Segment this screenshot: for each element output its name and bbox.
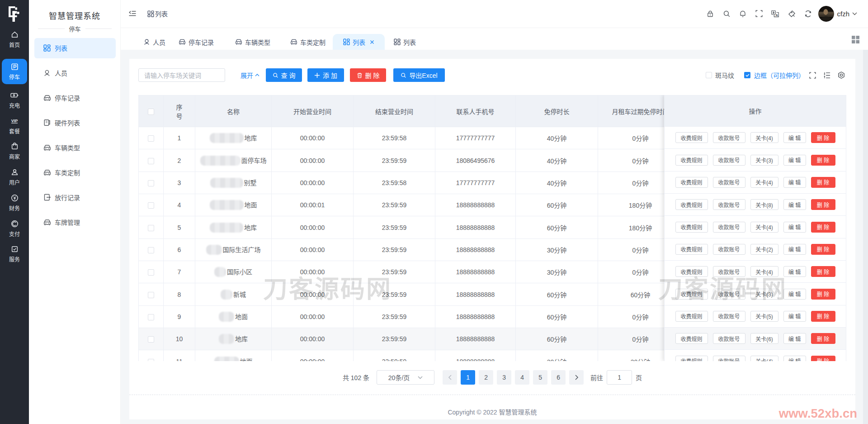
svg-text:A: A (776, 13, 778, 17)
svg-text:VIP: VIP (11, 119, 18, 123)
